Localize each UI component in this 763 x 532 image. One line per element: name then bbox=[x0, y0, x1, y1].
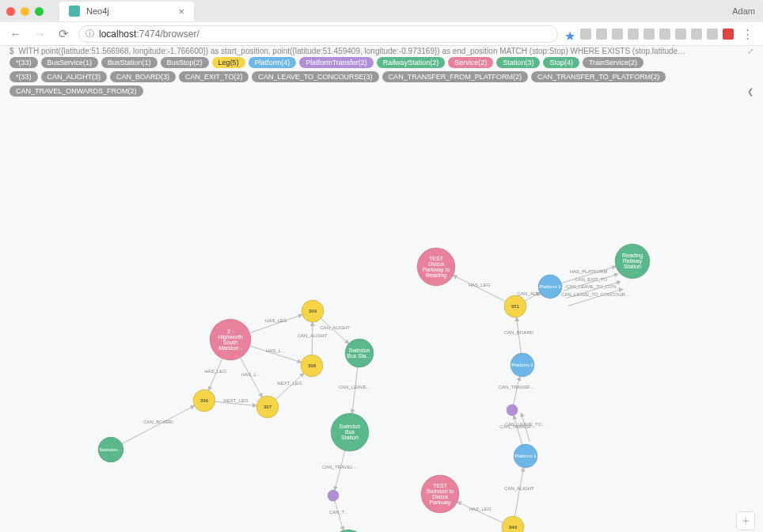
edge-label: NEXT_LEG bbox=[223, 398, 249, 403]
node-label-pill[interactable]: PlatformTransfer(2) bbox=[299, 57, 374, 68]
relationship-type-pill[interactable]: CAN_BOARD(3) bbox=[110, 71, 176, 82]
graph-node[interactable]: 397 bbox=[256, 396, 279, 418]
graph-edge[interactable] bbox=[514, 377, 520, 405]
graph-node[interactable]: Platform 1 bbox=[514, 444, 537, 468]
zoom-in-button[interactable]: ＋ bbox=[736, 511, 755, 530]
node-label-pill[interactable]: RailwayStation(2) bbox=[377, 57, 446, 68]
node-label-pill[interactable]: BusStation(1) bbox=[101, 57, 158, 68]
graph-node[interactable]: 949 bbox=[502, 516, 524, 532]
graph-node[interactable]: Platform 1 bbox=[538, 275, 562, 298]
relationship-type-pill[interactable]: CAN_TRANSFER_FROM_PLATFORM(2) bbox=[382, 71, 528, 82]
site-info-icon[interactable]: ⓘ bbox=[85, 28, 94, 40]
reload-button[interactable]: ⟳ bbox=[55, 27, 72, 41]
minimize-window-icon[interactable] bbox=[21, 7, 29, 16]
bookmark-star-icon[interactable]: ★ bbox=[564, 28, 575, 40]
graph-edge[interactable] bbox=[321, 318, 348, 344]
edge-label: CAN_BOARD bbox=[143, 420, 173, 424]
relationship-type-pill[interactable]: *(33) bbox=[9, 71, 38, 82]
graph-node[interactable]: Swindon… bbox=[98, 437, 123, 462]
graph-node[interactable]: 951 bbox=[504, 295, 526, 317]
node-label-pill[interactable]: BusService(1) bbox=[41, 57, 99, 68]
node-label-pills: *(33)BusService(1)BusStation(1)BusStop(2… bbox=[0, 55, 763, 70]
graph-edge[interactable] bbox=[517, 317, 521, 353]
graph-node[interactable]: TESTSwindon toDidcotParkway bbox=[421, 475, 459, 513]
edge-label: CAN_LEAVE_TO_CON… bbox=[566, 284, 621, 289]
address-bar: ← → ⟳ ⓘ localhost:7474/browser/ ★ ⋮ bbox=[0, 22, 763, 46]
extension-icon[interactable] bbox=[596, 28, 607, 40]
expand-icon[interactable]: ❮ bbox=[747, 87, 754, 96]
graph-edge[interactable] bbox=[514, 468, 523, 516]
node-label-pill[interactable]: Leg(5) bbox=[212, 57, 245, 68]
graph-edge[interactable] bbox=[335, 450, 345, 490]
graph-node[interactable]: 2 -HighworthSouthMarston - bbox=[210, 319, 251, 360]
edge-label: CAN_BOARD bbox=[504, 330, 534, 335]
edge-label: CAN_LEAVE… bbox=[339, 385, 371, 390]
graph-edge[interactable] bbox=[335, 501, 344, 530]
graph-visualization[interactable]: CAN_BOARDNEXT_LEGNEXT_LEGCAN_ALIGHTHAS_L… bbox=[0, 98, 763, 532]
node-label-pill[interactable]: *(33) bbox=[9, 57, 38, 68]
relationship-type-pill[interactable]: CAN_LEAVE_TO_CONCOURSE(3) bbox=[252, 71, 378, 82]
extension-icon[interactable] bbox=[612, 28, 623, 40]
relationship-type-pill[interactable]: CAN_ALIGHT(3) bbox=[41, 71, 108, 82]
graph-edge[interactable] bbox=[352, 367, 358, 413]
node-label-pill[interactable]: TrainService(2) bbox=[583, 57, 643, 68]
relationship-type-pill[interactable]: CAN_EXIT_TO(2) bbox=[179, 71, 249, 82]
browser-tab[interactable]: Neo4j × bbox=[59, 2, 194, 21]
graph-node[interactable] bbox=[507, 405, 518, 416]
edge-label: HAS_LEG bbox=[265, 318, 287, 323]
graph-node[interactable] bbox=[328, 490, 339, 501]
tab-close-icon[interactable]: × bbox=[178, 6, 184, 17]
graph-edge[interactable] bbox=[453, 276, 505, 302]
maximize-window-icon[interactable] bbox=[35, 7, 44, 16]
graph-node[interactable]: Platform 2 bbox=[511, 353, 534, 377]
node-label-pill[interactable]: BusStop(2) bbox=[161, 57, 209, 68]
extension-icon[interactable] bbox=[691, 28, 702, 40]
graph-edge[interactable] bbox=[250, 315, 302, 333]
url-input[interactable]: ⓘ localhost:7474/browser/ bbox=[78, 25, 558, 43]
extension-icon[interactable] bbox=[643, 28, 655, 40]
graph-edge[interactable] bbox=[457, 502, 503, 522]
graph-node[interactable]: ReadingRailwayStation bbox=[615, 244, 650, 279]
node-label-pill[interactable]: Station(3) bbox=[496, 57, 540, 68]
extension-icon[interactable] bbox=[628, 28, 639, 40]
extension-icon[interactable] bbox=[580, 28, 591, 40]
extension-icon[interactable] bbox=[723, 28, 734, 40]
graph-node[interactable]: 398 bbox=[301, 355, 323, 377]
back-button[interactable]: ← bbox=[6, 27, 25, 40]
extension-icon[interactable] bbox=[707, 28, 718, 40]
relationship-type-pill[interactable]: CAN_TRANSFER_TO_PLATFORM(2) bbox=[531, 71, 666, 82]
extension-icon[interactable] bbox=[659, 28, 670, 40]
graph-edge[interactable] bbox=[275, 374, 303, 400]
node-label-pill[interactable]: Stop(4) bbox=[543, 57, 579, 68]
svg-point-0 bbox=[98, 437, 123, 462]
edge-label: NEXT_LEG bbox=[277, 381, 302, 386]
close-window-icon[interactable] bbox=[6, 7, 15, 16]
svg-point-16 bbox=[504, 295, 526, 317]
graph-node[interactable]: SwindonBus Sta… bbox=[345, 339, 374, 367]
svg-point-7 bbox=[331, 413, 369, 451]
expand-query-icon[interactable]: ⤢ bbox=[747, 47, 754, 55]
query-bar[interactable]: $ WITH point({latitude:51.566968, longit… bbox=[0, 46, 763, 55]
extension-icon[interactable] bbox=[675, 28, 686, 40]
graph-node[interactable]: 399 bbox=[302, 300, 324, 322]
browser-menu-icon[interactable]: ⋮ bbox=[738, 27, 757, 41]
node-label-pill[interactable]: Service(2) bbox=[448, 57, 493, 68]
query-prompt: $ bbox=[9, 47, 14, 55]
svg-point-3 bbox=[301, 355, 323, 377]
forward-button[interactable]: → bbox=[31, 27, 49, 40]
svg-point-1 bbox=[193, 390, 215, 412]
relationship-type-pill[interactable]: CAN_TRAVEL_ONWARDS_FROM(2) bbox=[9, 86, 143, 97]
graph-node[interactable]: SwindonBusStation bbox=[331, 413, 369, 451]
node-label-pill[interactable]: Platform(4) bbox=[249, 57, 297, 68]
graph-edge[interactable] bbox=[514, 416, 522, 445]
url-host: localhost bbox=[99, 28, 136, 40]
edge-label: HAS_PLATFORM bbox=[570, 269, 608, 274]
graph-node[interactable]: 396 bbox=[193, 390, 215, 412]
graph-edge[interactable] bbox=[241, 358, 263, 397]
svg-point-13 bbox=[514, 444, 537, 468]
graph-node[interactable]: TESTDidcotParkway toReading bbox=[417, 248, 455, 286]
relationship-type-pills: *(33)CAN_ALIGHT(3)CAN_BOARD(3)CAN_EXIT_T… bbox=[0, 70, 763, 98]
graph-edge[interactable] bbox=[122, 406, 194, 444]
graph-edge[interactable] bbox=[209, 359, 222, 390]
graph-edge[interactable] bbox=[312, 322, 313, 355]
